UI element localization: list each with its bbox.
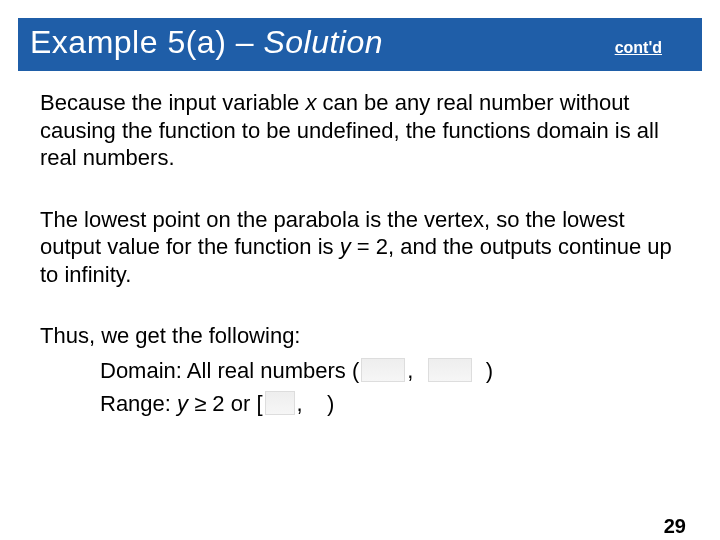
domain-close: ) xyxy=(486,358,493,383)
domain-label: Domain: All real numbers ( xyxy=(100,358,359,383)
slide-title: Example 5(a) – Solution xyxy=(30,24,383,61)
slide-body: Because the input variable x can be any … xyxy=(0,71,720,420)
range-variable-y: y xyxy=(177,391,188,416)
infinity-icon xyxy=(265,391,295,415)
page-number: 29 xyxy=(664,515,686,538)
domain-line: Domain: All real numbers (, ) xyxy=(100,354,672,387)
paragraph-2: The lowest point on the parabola is the … xyxy=(40,206,672,289)
slide: Example 5(a) – Solution cont'd Because t… xyxy=(0,18,720,540)
range-comma: , xyxy=(297,391,303,416)
neg-infinity-icon xyxy=(361,358,405,382)
range-line: Range: y ≥ 2 or [, ) xyxy=(100,387,672,420)
p2-variable-y: y xyxy=(340,234,351,259)
p1-text-a: Because the input variable xyxy=(40,90,305,115)
range-label-b: ≥ 2 or [ xyxy=(188,391,262,416)
title-emphasis: Solution xyxy=(263,24,383,60)
infinity-icon xyxy=(428,358,472,382)
range-label-a: Range: xyxy=(100,391,177,416)
results-block: Domain: All real numbers (, ) Range: y ≥… xyxy=(100,354,672,420)
continued-label: cont'd xyxy=(615,39,662,57)
paragraph-3: Thus, we get the following: xyxy=(40,322,672,350)
title-prefix: Example 5(a) – xyxy=(30,24,263,60)
domain-comma: , xyxy=(407,358,413,383)
paragraph-1: Because the input variable x can be any … xyxy=(40,89,672,172)
p1-variable-x: x xyxy=(305,90,316,115)
title-bar: Example 5(a) – Solution cont'd xyxy=(18,18,702,71)
range-close: ) xyxy=(327,391,334,416)
